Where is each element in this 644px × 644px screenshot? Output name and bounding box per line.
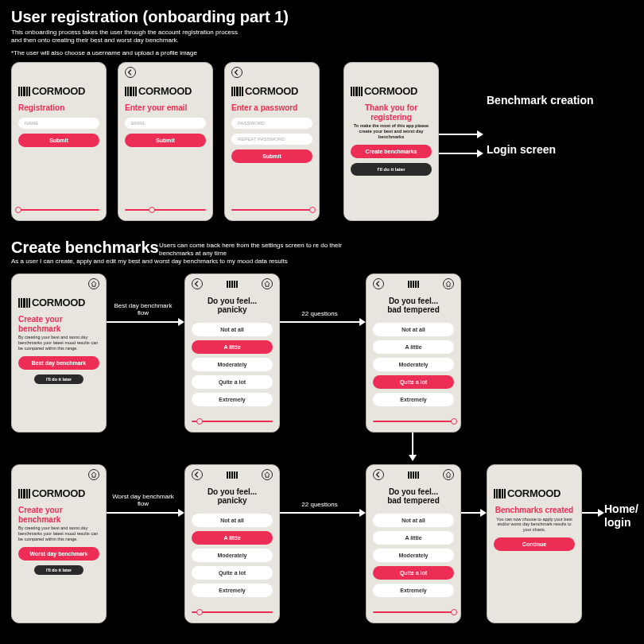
option-a-little[interactable]: A little [373, 340, 454, 354]
brand-logo: CORMOOD [351, 85, 432, 97]
question-lead: Do you feel... [373, 297, 454, 305]
reg-note-2: *The user will also choose a username an… [11, 49, 250, 57]
home-icon[interactable] [88, 469, 99, 480]
label-22-questions: 22 questions [288, 501, 351, 508]
arrow-line [412, 433, 413, 455]
back-icon[interactable] [192, 469, 203, 480]
create-desc: By creating your best and worst day benc… [18, 526, 99, 542]
back-icon[interactable] [192, 278, 203, 289]
mini-logo-icon [408, 280, 419, 288]
option-moderately[interactable]: Moderately [192, 358, 273, 371]
arrow-head-icon [409, 455, 417, 461]
brand-logo: CORMOOD [18, 85, 99, 97]
create-benchmarks-button[interactable]: Create benchmarks [351, 145, 432, 158]
screen-password: CORMOOD Enter a password PASSWORD REPEAT… [224, 62, 320, 221]
home-icon[interactable] [443, 469, 454, 480]
do-later-button[interactable]: I'll do it later [351, 163, 432, 176]
option-extremely[interactable]: Extremely [192, 584, 273, 597]
arrow-line [107, 321, 178, 323]
option-quite-a-lot[interactable]: Quite a lot [192, 566, 273, 580]
screen-question-badtempered-best: Do you feel... bad tempered Not at all A… [366, 274, 461, 433]
brand-logo: CORMOOD [18, 297, 99, 308]
option-quite-a-lot[interactable]: Quite a lot [373, 375, 454, 389]
brand-logo: CORMOOD [494, 487, 575, 499]
arrow-line [280, 512, 359, 514]
option-a-little[interactable]: A little [192, 531, 273, 545]
submit-button[interactable]: Submit [125, 134, 206, 147]
do-later-button[interactable]: I'll do it later [34, 565, 83, 575]
section-title-registration: User registration (onboarding part 1) [11, 8, 289, 26]
screen-title: Create your benchmark [18, 315, 99, 333]
mini-logo-icon [227, 280, 238, 288]
screen-email: CORMOOD Enter your email EMAIL Submit [118, 62, 213, 221]
worst-day-button[interactable]: Worst day benchmark [18, 547, 99, 561]
label-home-login: Home/ login [604, 502, 638, 530]
brand-logo: CORMOOD [125, 85, 206, 97]
label-best-day-flow: Best day benchmark flow [111, 302, 175, 316]
screen-title: Benchmarks created [494, 506, 575, 515]
screen-title: Thank you for registering [351, 103, 432, 122]
screen-title: Create your benchmark [18, 506, 99, 524]
arrow-head-icon [480, 509, 487, 517]
progress-bar [125, 206, 206, 214]
question-word: panicky [192, 496, 273, 505]
screen-create-best: CORMOOD Create your benchmark By creatin… [11, 274, 107, 433]
screen-create-worst: CORMOOD Create your benchmark By creatin… [11, 464, 107, 623]
option-quite-a-lot[interactable]: Quite a lot [192, 375, 273, 389]
option-moderately[interactable]: Moderately [192, 549, 273, 562]
brand-logo: CORMOOD [231, 85, 312, 97]
label-benchmark-creation: Benchmark creation [487, 94, 594, 107]
option-extremely[interactable]: Extremely [192, 393, 273, 406]
do-later-button[interactable]: I'll do it later [34, 374, 83, 384]
home-icon[interactable] [262, 278, 273, 289]
arrow-head-icon [477, 130, 483, 138]
arrow-line [107, 512, 178, 514]
back-icon[interactable] [125, 67, 136, 78]
arrow-head-icon [178, 318, 184, 326]
done-desc: You can now choose to apply your best an… [494, 517, 575, 533]
benchmark-subnote: As a user I can create, apply and edit m… [11, 258, 297, 266]
option-moderately[interactable]: Moderately [373, 549, 454, 562]
screen-registration: CORMOOD Registration NAME Submit [11, 62, 107, 221]
submit-button[interactable]: Submit [231, 149, 312, 163]
question-word: bad tempered [373, 305, 454, 314]
brand-logo: CORMOOD [18, 487, 99, 499]
back-icon[interactable] [231, 67, 242, 78]
question-word: panicky [192, 305, 273, 314]
option-not-at-all[interactable]: Not at all [373, 323, 454, 336]
progress-bar [192, 608, 273, 616]
question-lead: Do you feel... [192, 297, 273, 305]
option-not-at-all[interactable]: Not at all [192, 323, 273, 336]
arrow-line [439, 153, 477, 154]
question-word: bad tempered [373, 496, 454, 505]
best-day-button[interactable]: Best day benchmark [18, 356, 99, 370]
option-a-little[interactable]: A little [192, 340, 273, 354]
home-icon[interactable] [262, 469, 273, 480]
option-moderately[interactable]: Moderately [373, 358, 454, 371]
mini-logo-icon [227, 471, 238, 479]
name-field[interactable]: NAME [18, 118, 99, 129]
option-extremely[interactable]: Extremely [373, 584, 454, 597]
label-worst-day-flow: Worst day benchmark flow [111, 493, 175, 507]
screen-question-panicky-best: Do you feel... panicky Not at all A litt… [184, 274, 280, 433]
back-icon[interactable] [373, 278, 384, 289]
option-not-at-all[interactable]: Not at all [192, 514, 273, 527]
arrow-head-icon [359, 318, 366, 326]
option-not-at-all[interactable]: Not at all [373, 514, 454, 527]
repeat-password-field[interactable]: REPEAT PASSWORD [231, 134, 312, 145]
submit-button[interactable]: Submit [18, 134, 99, 147]
arrow-line [461, 512, 480, 514]
continue-button[interactable]: Continue [494, 537, 575, 551]
home-icon[interactable] [443, 278, 454, 289]
option-a-little[interactable]: A little [373, 531, 454, 545]
password-field[interactable]: PASSWORD [231, 118, 312, 129]
progress-bar [192, 417, 273, 425]
progress-bar [231, 206, 312, 214]
home-icon[interactable] [88, 278, 99, 289]
arrow-head-icon [598, 509, 604, 517]
option-quite-a-lot[interactable]: Quite a lot [373, 566, 454, 580]
progress-bar [18, 206, 99, 214]
option-extremely[interactable]: Extremely [373, 393, 454, 406]
email-field[interactable]: EMAIL [125, 118, 206, 129]
back-icon[interactable] [373, 469, 384, 480]
